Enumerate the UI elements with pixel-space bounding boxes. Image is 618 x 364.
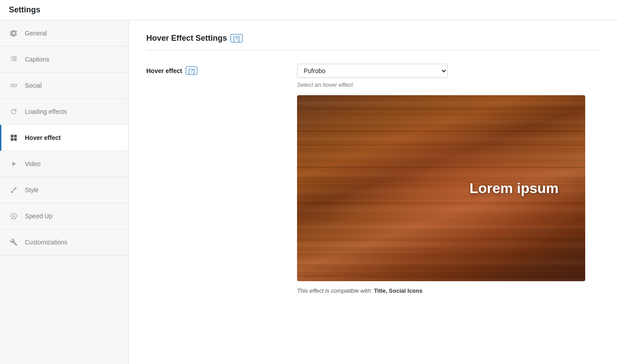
refresh-icon xyxy=(9,107,19,116)
gear-icon xyxy=(9,28,19,38)
sidebar-item-customizations[interactable]: Customizations xyxy=(0,229,128,256)
wrench-icon xyxy=(9,237,19,247)
sidebar-item-video[interactable]: Video xyxy=(0,151,128,177)
sidebar-item-loading-effects[interactable]: Loading effects xyxy=(0,99,128,125)
sidebar-label-social: Social xyxy=(25,82,42,89)
compatibility-note: This effect is compatible with: Title, S… xyxy=(297,287,600,294)
title-divider xyxy=(146,50,600,50)
sidebar-item-social[interactable]: Social xyxy=(0,73,128,99)
hover-effect-control: None Pufrobo Slide Up Fade Zoom In Blur … xyxy=(297,64,600,294)
field-help-link[interactable]: [?] xyxy=(186,66,197,75)
sidebar-label-hover-effect: Hover effect xyxy=(25,134,61,141)
hover-effect-select[interactable]: None Pufrobo Slide Up Fade Zoom In Blur xyxy=(297,64,448,78)
sidebar-item-hover-effect[interactable]: Hover effect xyxy=(0,125,128,151)
brush-icon xyxy=(9,185,19,195)
sidebar-label-video: Video xyxy=(25,160,41,167)
play-icon xyxy=(9,159,19,169)
hover-effect-row: Hover effect [?] None Pufrobo Slide Up F… xyxy=(146,64,600,294)
select-hint: Select an hover effect xyxy=(297,81,600,88)
sidebar-item-captions[interactable]: Captions xyxy=(0,46,128,73)
page-title-help-link[interactable]: [?] xyxy=(231,34,242,43)
preview-image: Lorem ipsum xyxy=(297,95,585,281)
preview-overlay-text: Lorem ipsum xyxy=(469,180,559,197)
sidebar-label-captions: Captions xyxy=(25,56,49,63)
sidebar-item-general[interactable]: General xyxy=(0,20,128,46)
sidebar-label-general: General xyxy=(25,30,47,37)
sidebar-item-speed-up[interactable]: Speed Up xyxy=(0,203,128,229)
sidebar-label-customizations: Customizations xyxy=(25,239,67,246)
settings-header: Settings xyxy=(0,0,618,20)
wood-background: Lorem ipsum xyxy=(297,95,585,281)
link-icon xyxy=(9,81,19,90)
sidebar-label-style: Style xyxy=(25,186,39,194)
hover-effect-label: Hover effect [?] xyxy=(146,64,279,75)
grid-icon xyxy=(9,133,19,143)
content-area: Hover Effect Settings [?] Hover effect [… xyxy=(129,20,618,364)
sidebar-label-loading-effects: Loading effects xyxy=(25,108,67,115)
captions-icon xyxy=(9,54,19,64)
paint-icon xyxy=(9,211,19,221)
sidebar: General Captions Social xyxy=(0,20,129,364)
sidebar-item-style[interactable]: Style xyxy=(0,177,128,203)
settings-title: Settings xyxy=(9,5,40,14)
sidebar-label-speed-up: Speed Up xyxy=(25,213,52,220)
page-title: Hover Effect Settings [?] xyxy=(146,34,600,43)
